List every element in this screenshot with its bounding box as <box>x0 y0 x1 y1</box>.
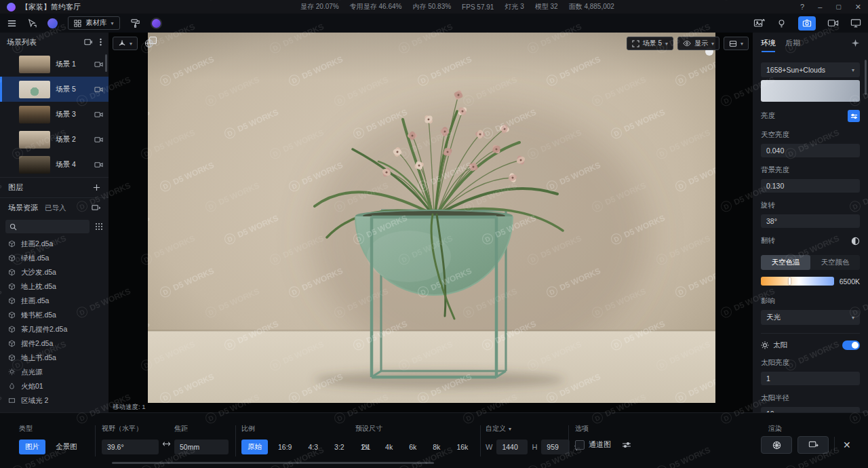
scene-camera-icon[interactable] <box>94 161 103 168</box>
resource-item[interactable]: 地上书.d5a <box>0 351 108 365</box>
scene-camera-icon[interactable] <box>94 86 103 93</box>
resource-item[interactable]: 茶几摆件2.d5a <box>0 322 108 336</box>
world-axis-icon[interactable] <box>144 39 154 48</box>
scene-item-1[interactable]: 场景 1 <box>0 52 108 77</box>
preset-option-1[interactable]: 2k <box>355 440 375 454</box>
gizmo-mode-button[interactable]: ▾ <box>113 37 138 50</box>
storyboard-icon[interactable] <box>84 38 93 46</box>
custom-size-label[interactable]: 自定义 <box>486 424 506 433</box>
display-icon[interactable] <box>850 18 861 28</box>
sky-preview-image[interactable] <box>761 80 860 102</box>
close-window-button[interactable]: ✕ <box>855 3 861 12</box>
tab-post-processing[interactable]: 后期 <box>785 38 800 48</box>
material-library-button[interactable]: 素材库 ▾ <box>68 16 120 30</box>
resource-item[interactable]: 区域光 2 <box>0 393 108 408</box>
influence-dropdown[interactable]: 天光 ▾ <box>761 310 860 325</box>
tab-sky-temperature[interactable]: 天空色温 <box>761 255 810 270</box>
link-fov-focal-icon[interactable] <box>162 440 171 448</box>
bg-brightness-input[interactable] <box>761 179 860 193</box>
import-icon[interactable] <box>92 204 100 212</box>
more-icon[interactable] <box>100 38 102 46</box>
paint-roller-icon[interactable] <box>130 18 140 28</box>
scene-camera-icon[interactable] <box>94 111 103 118</box>
resource-item[interactable]: 挂画.d5a <box>0 294 108 308</box>
scene-list: 场景 1场景 5场景 3场景 2场景 4 <box>0 52 108 177</box>
brightness-link-button[interactable] <box>848 110 860 122</box>
scene-item-2[interactable]: 场景 5 <box>0 77 108 102</box>
project-title: 【家装】简约客厅 <box>21 2 81 12</box>
rotation-input[interactable] <box>761 214 860 228</box>
sky-preset-dropdown[interactable]: 1658+Sun+Clouds ▾ <box>761 62 860 77</box>
minimize-button[interactable]: – <box>818 3 822 11</box>
sky-temperature-slider[interactable] <box>761 277 834 286</box>
scene-item-3[interactable]: 场景 3 <box>0 102 108 127</box>
scene-item-4[interactable]: 场景 2 <box>0 127 108 152</box>
material-sphere-icon[interactable] <box>47 18 58 28</box>
sun-toggle[interactable] <box>842 340 860 350</box>
ratio-option-1[interactable]: 原始 <box>241 440 268 454</box>
light-bulb-icon[interactable] <box>776 18 787 28</box>
sun-radius-input[interactable] <box>761 407 860 412</box>
sun-brightness-input[interactable] <box>761 372 860 385</box>
resource-search-input[interactable] <box>20 222 75 231</box>
chevron-down-icon: ▾ <box>711 41 714 47</box>
resource-name: 绿植.d5a <box>21 254 49 263</box>
menu-icon[interactable] <box>7 18 17 28</box>
viewport[interactable]: DD5 WORKSDD5 WORKSDD5 WORKSDD5 WORKSDD5 … <box>108 33 753 412</box>
scene-selector-dropdown[interactable]: 场景 5 ▾ <box>627 37 673 50</box>
export-image-icon[interactable] <box>753 18 765 28</box>
maximize-button[interactable]: ▢ <box>835 3 842 10</box>
focal-length-input[interactable] <box>174 440 229 454</box>
scene-camera-icon[interactable] <box>94 61 103 68</box>
preset-option-4[interactable]: 8k <box>427 440 446 454</box>
render-label: 渲染 <box>768 424 782 433</box>
sky-brightness-input[interactable] <box>761 144 860 157</box>
resource-item[interactable]: 地上枕.d5a <box>0 279 108 294</box>
user-avatar[interactable] <box>151 18 162 29</box>
height-input[interactable] <box>541 440 570 454</box>
resource-item[interactable]: 摆件2.d5a <box>0 336 108 351</box>
render-image[interactable] <box>148 33 715 403</box>
display-dropdown[interactable]: 显示 ▾ <box>677 37 719 50</box>
select-tool-icon[interactable] <box>27 18 37 28</box>
horizontal-scrollbar[interactable] <box>112 462 434 464</box>
ratio-option-3[interactable]: 4:3 <box>302 440 324 454</box>
resource-search-box[interactable] <box>5 220 90 233</box>
resource-item[interactable]: 大沙发.d5a <box>0 265 108 279</box>
stat-item: 面数 4,885,002 <box>569 2 614 12</box>
resource-item[interactable]: 点光源 <box>0 365 108 379</box>
type-option-1[interactable]: 图片 <box>19 440 45 454</box>
grid-view-icon[interactable] <box>95 222 103 231</box>
preset-option-5[interactable]: 16k <box>450 440 474 454</box>
adjustment-icon[interactable] <box>622 441 631 449</box>
scene-item-5[interactable]: 场景 4 <box>0 152 108 177</box>
width-input[interactable] <box>496 440 528 454</box>
video-camera-icon[interactable] <box>827 18 839 28</box>
add-layer-icon[interactable] <box>93 184 100 191</box>
ai-sparkle-icon[interactable] <box>851 39 860 47</box>
channel-map-checkbox[interactable] <box>575 440 585 450</box>
camera-tool-button[interactable] <box>798 16 816 31</box>
preset-option-2[interactable]: 4k <box>379 440 399 454</box>
slider-handle[interactable] <box>789 277 791 285</box>
panel-scrollbar[interactable] <box>865 60 867 95</box>
ratio-option-4[interactable]: 3:2 <box>328 440 351 454</box>
flip-icon[interactable] <box>851 237 860 246</box>
tab-sky-color[interactable]: 天空颜色 <box>810 255 860 270</box>
fov-input[interactable] <box>102 440 159 454</box>
resource-item[interactable]: 绿植.d5a <box>0 251 108 265</box>
resource-item[interactable]: 火焰01 <box>0 379 108 393</box>
sky-brightness-label: 天空亮度 <box>761 130 860 140</box>
type-option-2[interactable]: 全景图 <box>50 440 83 454</box>
preset-option-3[interactable]: 6k <box>403 440 422 454</box>
ratio-option-2[interactable]: 16:9 <box>272 440 298 454</box>
scene-camera-icon[interactable] <box>94 136 103 143</box>
resource-item[interactable]: 矮书柜.d5a <box>0 308 108 322</box>
resource-item[interactable]: 挂画2.d5a <box>0 237 108 251</box>
close-render-bar-button[interactable]: ✕ <box>840 440 854 450</box>
tab-environment[interactable]: 环境 <box>761 38 776 48</box>
render-button[interactable] <box>761 436 792 454</box>
render-queue-button[interactable] <box>797 436 829 454</box>
camera-view-dropdown[interactable]: ▾ <box>724 37 749 50</box>
help-button[interactable]: ? <box>800 3 804 11</box>
